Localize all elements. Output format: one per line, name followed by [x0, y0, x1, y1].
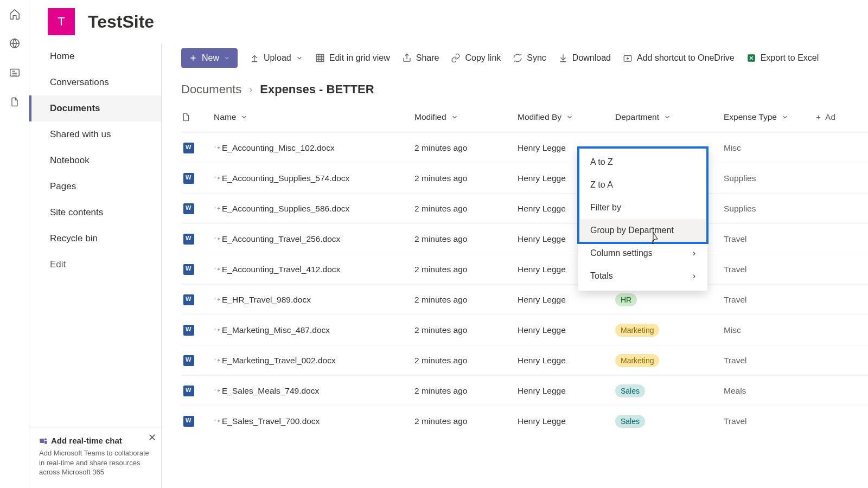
- table-row[interactable]: ⁺✦E_Accounting_Misc_102.docx2 minutes ag…: [181, 132, 868, 163]
- upload-button[interactable]: Upload: [250, 53, 303, 63]
- download-button[interactable]: Download: [558, 53, 611, 63]
- table-row[interactable]: ⁺✦E_Marketing_Misc_487.docx2 minutes ago…: [181, 314, 868, 345]
- file-name[interactable]: ⁺✦E_Marketing_Misc_487.docx: [214, 325, 414, 335]
- new-button[interactable]: New: [181, 48, 238, 68]
- chevron-down-icon: [663, 113, 671, 121]
- col-add[interactable]: + Ad: [816, 112, 868, 122]
- file-name[interactable]: ⁺✦E_Accounting_Supplies_574.docx: [214, 174, 414, 183]
- app-rail: [0, 0, 29, 488]
- modifiedby-cell[interactable]: Henry Legge: [518, 416, 615, 426]
- col-expense-type[interactable]: Expense Type: [724, 112, 816, 122]
- modifiedby-cell[interactable]: Henry Legge: [518, 356, 615, 365]
- modifiedby-cell[interactable]: Henry Legge: [518, 295, 615, 305]
- breadcrumb-root[interactable]: Documents: [181, 82, 241, 97]
- file-name[interactable]: ⁺✦E_HR_Travel_989.docx: [214, 295, 414, 305]
- modified-cell: 2 minutes ago: [414, 295, 518, 305]
- table-row[interactable]: ⁺✦E_Accounting_Supplies_574.docx2 minute…: [181, 163, 868, 193]
- download-icon: [558, 53, 568, 63]
- department-cell: Marketing: [615, 354, 724, 367]
- modified-cell: 2 minutes ago: [414, 265, 518, 274]
- expense-type-cell: Misc: [724, 325, 816, 335]
- table-row[interactable]: ⁺✦E_Sales_Meals_749.docx2 minutes agoHen…: [181, 375, 868, 406]
- menu-sort-az[interactable]: A to Z: [578, 151, 707, 174]
- nav-item-site-contents[interactable]: Site contents: [29, 200, 161, 226]
- chevron-down-icon: [240, 113, 248, 121]
- department-cell: Sales: [615, 384, 724, 397]
- chevron-right-icon: ›: [693, 271, 695, 281]
- nav-item-notebook[interactable]: Notebook: [29, 147, 161, 174]
- file-name[interactable]: ⁺✦E_Marketing_Travel_002.docx: [214, 356, 414, 365]
- edit-grid-button[interactable]: Edit in grid view: [315, 53, 390, 63]
- col-modified[interactable]: Modified: [414, 112, 518, 122]
- cursor-icon: [650, 231, 661, 247]
- file-name[interactable]: ⁺✦E_Sales_Travel_700.docx: [214, 416, 414, 426]
- add-shortcut-button[interactable]: Add shortcut to OneDrive: [623, 53, 735, 63]
- menu-group-by[interactable]: Group by Department: [578, 219, 707, 242]
- file-name[interactable]: ⁺✦E_Accounting_Travel_412.docx: [214, 265, 414, 274]
- expense-type-cell: Meals: [724, 386, 816, 396]
- word-icon: [183, 203, 194, 214]
- modified-cell: 2 minutes ago: [414, 356, 518, 365]
- nav-item-shared-with-us[interactable]: Shared with us: [29, 121, 161, 147]
- table-row[interactable]: ⁺✦E_Accounting_Travel_412.docx2 minutes …: [181, 254, 868, 284]
- menu-column-settings[interactable]: Column settings›: [578, 242, 707, 265]
- export-excel-button[interactable]: Export to Excel: [746, 53, 819, 63]
- close-icon[interactable]: ✕: [148, 432, 156, 444]
- nav-item-recycle-bin[interactable]: Recycle bin: [29, 226, 161, 252]
- word-icon: [183, 173, 194, 184]
- nav-item-documents[interactable]: Documents: [29, 95, 161, 121]
- modified-cell: 2 minutes ago: [414, 204, 518, 214]
- file-icon[interactable]: [8, 95, 21, 108]
- menu-sort-za[interactable]: Z to A: [578, 174, 707, 196]
- chevron-right-icon: ›: [693, 248, 695, 258]
- svg-point-3: [44, 438, 47, 440]
- chevron-down-icon: [566, 113, 573, 121]
- nav-item-conversations[interactable]: Conversations: [29, 69, 161, 95]
- table-row[interactable]: ⁺✦E_Sales_Travel_700.docx2 minutes agoHe…: [181, 406, 868, 436]
- modifiedby-cell[interactable]: Henry Legge: [518, 386, 615, 396]
- site-title: TestSite: [88, 12, 154, 32]
- table-row[interactable]: ⁺✦E_Accounting_Supplies_586.docx2 minute…: [181, 193, 868, 223]
- excel-icon: [746, 53, 756, 63]
- chevron-right-icon: ›: [249, 84, 252, 95]
- menu-filter-by[interactable]: Filter by: [578, 196, 707, 219]
- modified-cell: 2 minutes ago: [414, 325, 518, 335]
- home-icon[interactable]: [8, 8, 21, 21]
- sync-button[interactable]: Sync: [513, 53, 546, 63]
- share-button[interactable]: Share: [402, 53, 439, 63]
- col-modifiedby[interactable]: Modified By: [518, 112, 615, 122]
- file-name[interactable]: ⁺✦E_Accounting_Travel_256.docx: [214, 234, 414, 244]
- modified-cell: 2 minutes ago: [414, 174, 518, 183]
- table-row[interactable]: ⁺✦E_Marketing_Travel_002.docx2 minutes a…: [181, 345, 868, 375]
- table-row[interactable]: ⁺✦E_HR_Travel_989.docx2 minutes agoHenry…: [181, 284, 868, 314]
- file-name[interactable]: ⁺✦E_Accounting_Supplies_586.docx: [214, 204, 414, 214]
- file-name[interactable]: ⁺✦E_Sales_Meals_749.docx: [214, 386, 414, 396]
- news-icon[interactable]: [8, 66, 21, 79]
- col-department[interactable]: Department: [615, 112, 724, 122]
- command-bar: New Upload Edit in grid view Share Copy …: [162, 43, 868, 73]
- nav-item-home[interactable]: Home: [29, 43, 161, 69]
- globe-icon[interactable]: [8, 37, 21, 50]
- main-area: New Upload Edit in grid view Share Copy …: [162, 43, 868, 488]
- table-row[interactable]: ⁺✦E_Accounting_Travel_256.docx2 minutes …: [181, 223, 868, 254]
- menu-totals[interactable]: Totals›: [578, 265, 707, 287]
- expense-type-cell: Supplies: [724, 174, 816, 183]
- modified-cell: 2 minutes ago: [414, 386, 518, 396]
- column-menu: A to Z Z to A Filter by Group by Departm…: [578, 147, 707, 291]
- modified-cell: 2 minutes ago: [414, 143, 518, 153]
- site-logo[interactable]: T: [48, 8, 75, 35]
- nav-item-pages[interactable]: Pages: [29, 174, 161, 200]
- copy-link-button[interactable]: Copy link: [451, 53, 501, 63]
- file-icon: [181, 112, 191, 122]
- document-table: Name Modified Modified By Department Exp…: [162, 102, 868, 436]
- expense-type-cell: Travel: [724, 234, 816, 244]
- col-name[interactable]: Name: [214, 112, 414, 122]
- file-name[interactable]: ⁺✦E_Accounting_Misc_102.docx: [214, 143, 414, 153]
- nav-item-edit[interactable]: Edit: [29, 252, 161, 278]
- site-header: T TestSite: [29, 0, 868, 43]
- col-type[interactable]: [181, 112, 214, 122]
- svg-rect-2: [40, 439, 44, 443]
- svg-rect-4: [316, 54, 324, 62]
- plus-icon: [189, 54, 197, 62]
- modifiedby-cell[interactable]: Henry Legge: [518, 325, 615, 335]
